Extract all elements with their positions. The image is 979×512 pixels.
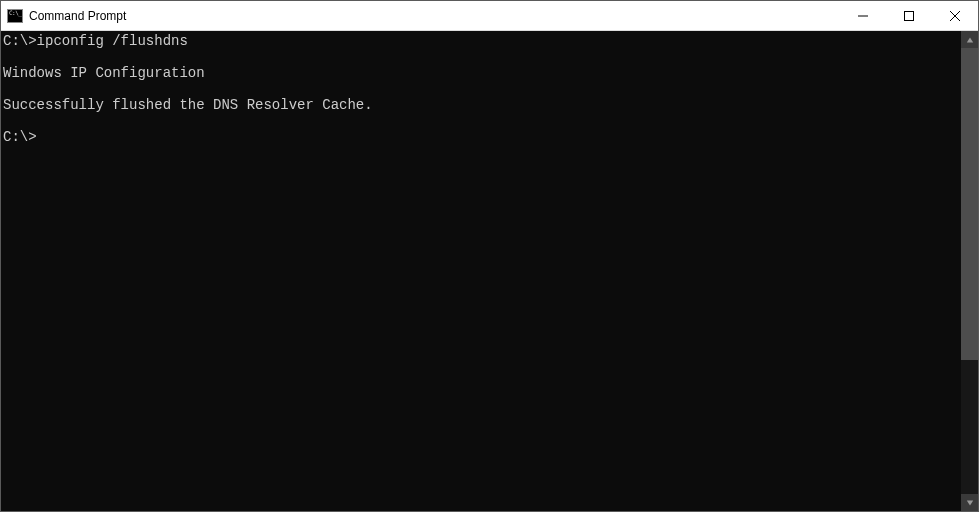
scrollbar-track[interactable] bbox=[961, 48, 978, 494]
vertical-scrollbar[interactable] bbox=[961, 31, 978, 511]
cmd-icon bbox=[7, 9, 23, 23]
terminal-line: C:\>ipconfig /flushdns bbox=[3, 33, 961, 49]
window-title: Command Prompt bbox=[29, 9, 126, 23]
command-prompt-window: Command Prompt C:\>ipconfig /flushdnsWin… bbox=[0, 0, 979, 512]
terminal-line bbox=[3, 49, 961, 65]
terminal-line: C:\> bbox=[3, 129, 961, 145]
scrollbar-thumb[interactable] bbox=[961, 48, 978, 360]
scroll-up-button[interactable] bbox=[961, 31, 978, 48]
svg-rect-1 bbox=[905, 11, 914, 20]
svg-marker-4 bbox=[966, 37, 972, 42]
terminal-line bbox=[3, 113, 961, 129]
terminal-line: Windows IP Configuration bbox=[3, 65, 961, 81]
content-area: C:\>ipconfig /flushdnsWindows IP Configu… bbox=[1, 31, 978, 511]
terminal-line bbox=[3, 81, 961, 97]
title-left: Command Prompt bbox=[1, 9, 840, 23]
svg-marker-5 bbox=[966, 500, 972, 505]
close-button[interactable] bbox=[932, 1, 978, 30]
terminal-output[interactable]: C:\>ipconfig /flushdnsWindows IP Configu… bbox=[1, 31, 961, 511]
scroll-down-button[interactable] bbox=[961, 494, 978, 511]
maximize-button[interactable] bbox=[886, 1, 932, 30]
terminal-line: Successfully flushed the DNS Resolver Ca… bbox=[3, 97, 961, 113]
titlebar[interactable]: Command Prompt bbox=[1, 1, 978, 31]
minimize-button[interactable] bbox=[840, 1, 886, 30]
window-controls bbox=[840, 1, 978, 30]
